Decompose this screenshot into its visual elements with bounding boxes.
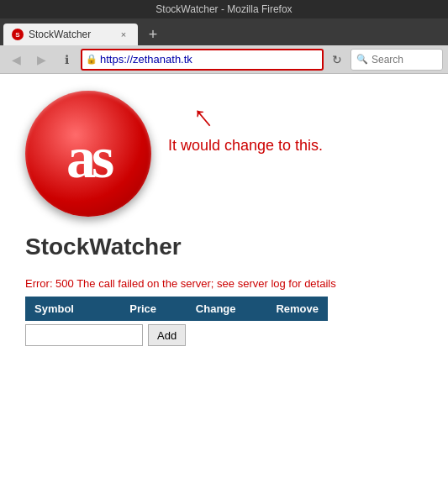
back-button[interactable]: ◀ bbox=[5, 49, 27, 71]
stock-table: Symbol Price Change Remove bbox=[25, 297, 328, 321]
search-input[interactable] bbox=[372, 54, 430, 66]
tab-close-button[interactable]: × bbox=[118, 29, 129, 40]
column-header-change: Change bbox=[166, 297, 245, 321]
address-bar: 🔒 bbox=[81, 49, 324, 71]
new-tab-button[interactable]: + bbox=[141, 24, 165, 45]
tab-title: StockWatcher bbox=[29, 29, 91, 40]
symbol-input[interactable] bbox=[25, 324, 143, 346]
add-button[interactable]: Add bbox=[148, 324, 186, 346]
column-header-remove: Remove bbox=[245, 297, 327, 321]
annotation-section: ↑ It would change to this. bbox=[168, 91, 323, 155]
table-header-row: Symbol Price Change Remove bbox=[26, 297, 328, 321]
navbar: ◀ ▶ ℹ 🔒 ↻ 🔍 bbox=[0, 45, 448, 74]
info-button[interactable]: ℹ bbox=[55, 49, 77, 71]
column-header-price: Price bbox=[104, 297, 166, 321]
search-icon: 🔍 bbox=[356, 54, 368, 65]
titlebar: StockWatcher - Mozilla Firefox bbox=[0, 0, 448, 18]
reload-button[interactable]: ↻ bbox=[327, 49, 347, 71]
page-content: as ↑ It would change to this. StockWatch… bbox=[0, 74, 448, 504]
lock-icon: 🔒 bbox=[86, 54, 98, 65]
app-title: StockWatcher bbox=[25, 234, 431, 260]
address-input[interactable] bbox=[100, 53, 319, 66]
arrow-icon: ↑ bbox=[184, 97, 219, 134]
add-row: Add bbox=[25, 324, 431, 346]
annotation-text: It would change to this. bbox=[168, 137, 323, 155]
search-bar: 🔍 bbox=[350, 49, 443, 71]
forward-button[interactable]: ▶ bbox=[30, 49, 52, 71]
active-tab[interactable]: S StockWatcher × bbox=[3, 24, 138, 45]
logo-text: as bbox=[66, 129, 110, 187]
logo-section: as ↑ It would change to this. bbox=[25, 91, 431, 217]
app-logo: as bbox=[25, 91, 151, 217]
titlebar-text: StockWatcher - Mozilla Firefox bbox=[155, 3, 292, 15]
tabbar: S StockWatcher × + bbox=[0, 18, 448, 45]
column-header-symbol: Symbol bbox=[26, 297, 104, 321]
error-message: Error: 500 The call failed on the server… bbox=[25, 277, 431, 290]
tab-favicon: S bbox=[12, 29, 24, 40]
